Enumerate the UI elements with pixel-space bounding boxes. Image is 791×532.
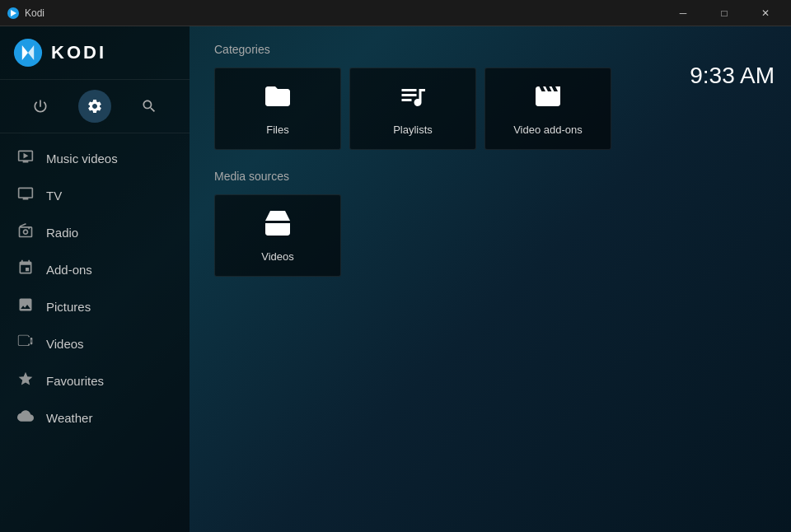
sidebar-icon-bar [0, 80, 190, 133]
gear-icon [87, 98, 103, 114]
sidebar-item-favourites[interactable]: Favourites [0, 362, 190, 399]
sidebar: KODI [0, 26, 190, 532]
sidebar-item-tv[interactable]: TV [0, 177, 190, 214]
nav-list: Music videos TV Radio [0, 133, 190, 532]
app-container: KODI [0, 26, 791, 532]
kodi-logo-small [7, 7, 20, 20]
radio-icon [16, 222, 35, 243]
music-video-icon [16, 148, 35, 169]
power-icon [32, 98, 49, 114]
sidebar-header: KODI [0, 26, 190, 80]
tv-icon [16, 185, 35, 206]
sidebar-item-videos[interactable]: Videos [0, 325, 190, 362]
sidebar-label-addons: Add-ons [46, 263, 92, 277]
tile-video-addons[interactable]: Video add-ons [484, 68, 611, 150]
settings-button[interactable] [78, 90, 111, 123]
sidebar-item-weather[interactable]: Weather [0, 399, 190, 436]
kodi-brand: KODI [13, 38, 106, 68]
search-icon [141, 98, 157, 114]
sidebar-item-radio[interactable]: Radio [0, 214, 190, 251]
sidebar-label-weather: Weather [46, 411, 92, 425]
search-button[interactable] [133, 90, 166, 123]
sidebar-label-favourites: Favourites [46, 374, 104, 388]
video-icon [16, 334, 35, 354]
sidebar-label-radio: Radio [46, 226, 78, 240]
media-sources-section: Media sources Videos [214, 170, 766, 277]
tile-playlists-label: Playlists [393, 124, 433, 136]
harddisk-icon [263, 208, 293, 244]
tile-playlists[interactable]: Playlists [349, 68, 476, 150]
addon-icon [16, 259, 35, 280]
categories-label: Categories [214, 43, 766, 56]
categories-section: Categories Files [214, 43, 766, 150]
media-sources-label: Media sources [214, 170, 766, 183]
kodi-brand-name: KODI [51, 42, 106, 63]
window-chrome: Kodi ─ □ ✕ [0, 0, 791, 26]
window-controls: ─ □ ✕ [664, 0, 784, 26]
sidebar-item-music-videos[interactable]: Music videos [0, 140, 190, 177]
minimize-button[interactable]: ─ [664, 0, 702, 26]
tile-videos-source[interactable]: Videos [214, 194, 341, 277]
picture-icon [16, 296, 35, 317]
film-icon [533, 82, 563, 117]
sidebar-label-tv: TV [46, 189, 62, 203]
tile-videos-source-label: Videos [261, 250, 294, 263]
time-display: 9:33 AM [690, 63, 775, 89]
tile-files[interactable]: Files [214, 68, 341, 150]
sources-tiles-grid: Videos [214, 194, 766, 277]
weather-icon [16, 408, 35, 428]
categories-tiles-grid: Files Playlists [214, 68, 766, 150]
star-icon [16, 371, 35, 391]
close-button[interactable]: ✕ [747, 0, 784, 26]
window-title-text: Kodi [25, 7, 44, 19]
sidebar-label-videos: Videos [46, 337, 84, 351]
kodi-logo-icon [13, 38, 43, 68]
sidebar-item-pictures[interactable]: Pictures [0, 288, 190, 325]
power-button[interactable] [24, 90, 57, 123]
sidebar-item-addons[interactable]: Add-ons [0, 251, 190, 288]
sidebar-label-music-videos: Music videos [46, 152, 118, 166]
maximize-button[interactable]: □ [705, 0, 743, 26]
sidebar-label-pictures: Pictures [46, 300, 91, 314]
tile-files-label: Files [266, 124, 288, 136]
window-title: Kodi [7, 7, 44, 20]
playlist-icon [398, 82, 428, 117]
main-content: 9:33 AM Categories Files [190, 26, 791, 532]
tile-video-addons-label: Video add-ons [513, 124, 583, 136]
folder-icon [263, 82, 293, 117]
